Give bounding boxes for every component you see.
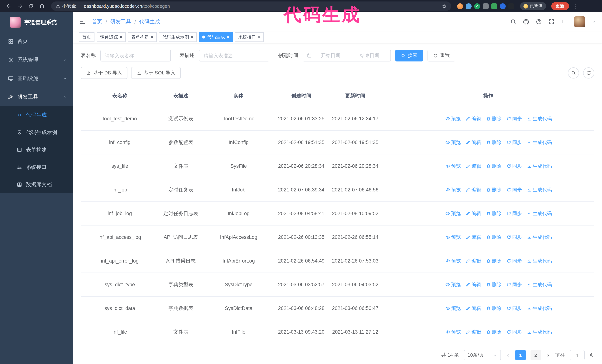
- import-db-button[interactable]: 基于 DB 导入: [81, 67, 128, 79]
- extension-icon[interactable]: [500, 3, 506, 9]
- sidebar-item-db-doc[interactable]: 数据库文档: [0, 176, 73, 193]
- sidebar-item-codegen[interactable]: 代码生成: [0, 106, 73, 124]
- fullscreen-icon[interactable]: [548, 19, 555, 25]
- security-status[interactable]: 不安全: [55, 3, 76, 9]
- sidebar-item-home[interactable]: 首页: [0, 32, 73, 51]
- table-desc-input[interactable]: [199, 50, 269, 62]
- sync-link[interactable]: 同步: [506, 114, 522, 123]
- tab-trace[interactable]: 链路追踪×: [97, 32, 126, 42]
- preview-link[interactable]: 预览: [445, 233, 461, 241]
- edit-link[interactable]: 编辑: [465, 304, 481, 312]
- page-size-select[interactable]: 10条/页: [464, 350, 501, 360]
- goto-page-input[interactable]: [570, 350, 585, 360]
- generate-code-link[interactable]: 生成代码: [527, 209, 552, 218]
- extensions-puzzle-icon[interactable]: [508, 3, 514, 9]
- sync-link[interactable]: 同步: [506, 138, 522, 146]
- browser-forward-button[interactable]: [15, 1, 24, 11]
- sync-link[interactable]: 同步: [506, 328, 522, 336]
- sync-link[interactable]: 同步: [506, 186, 522, 194]
- generate-code-link[interactable]: 生成代码: [527, 114, 552, 123]
- delete-link[interactable]: 删除: [486, 186, 501, 194]
- reset-button[interactable]: 重置: [428, 50, 455, 62]
- hamburger-icon[interactable]: [79, 18, 86, 25]
- sidebar-item-infra[interactable]: 基础设施: [0, 69, 73, 88]
- edit-link[interactable]: 编辑: [465, 114, 481, 123]
- preview-link[interactable]: 预览: [445, 304, 461, 312]
- sync-link[interactable]: 同步: [506, 162, 522, 170]
- sync-link[interactable]: 同步: [506, 257, 522, 265]
- edit-link[interactable]: 编辑: [465, 257, 481, 265]
- edit-link[interactable]: 编辑: [465, 162, 481, 170]
- generate-code-link[interactable]: 生成代码: [527, 328, 552, 336]
- tab-api[interactable]: 系统接口×: [235, 32, 264, 42]
- edit-link[interactable]: 编辑: [465, 138, 481, 146]
- bookmark-star-icon[interactable]: [441, 3, 447, 9]
- sidebar-item-system[interactable]: 系统管理: [0, 51, 73, 69]
- tab-codegen-example[interactable]: 代码生成示例×: [159, 32, 197, 42]
- search-icon[interactable]: [510, 19, 516, 25]
- delete-link[interactable]: 删除: [486, 257, 501, 265]
- close-icon[interactable]: ×: [227, 35, 229, 40]
- preview-link[interactable]: 预览: [445, 328, 461, 336]
- close-icon[interactable]: ×: [120, 35, 122, 40]
- extension-icon[interactable]: [457, 3, 463, 9]
- close-icon[interactable]: ×: [151, 35, 153, 40]
- avatar[interactable]: [574, 16, 585, 27]
- generate-code-link[interactable]: 生成代码: [527, 257, 552, 265]
- sync-link[interactable]: 同步: [506, 209, 522, 218]
- table-name-input[interactable]: [100, 50, 171, 62]
- generate-code-link[interactable]: 生成代码: [527, 233, 552, 241]
- search-button[interactable]: 搜索: [395, 50, 423, 62]
- browser-menu-icon[interactable]: ⋮: [573, 3, 579, 9]
- delete-link[interactable]: 删除: [486, 209, 501, 218]
- sidebar-item-form-builder[interactable]: 表单构建: [0, 141, 73, 158]
- refresh-table-button[interactable]: [583, 67, 594, 79]
- sync-link[interactable]: 同步: [506, 233, 522, 241]
- sidebar-item-devtools[interactable]: 研发工具: [0, 88, 73, 106]
- app-logo[interactable]: 芋道管理系统: [0, 12, 73, 32]
- delete-link[interactable]: 删除: [486, 328, 501, 336]
- sidebar-item-codegen-example[interactable]: 代码生成示例: [0, 124, 73, 141]
- sidebar-item-api[interactable]: 系统接口: [0, 158, 73, 176]
- font-size-icon[interactable]: [561, 18, 568, 25]
- page-button-1[interactable]: 1: [515, 350, 526, 360]
- browser-update-button[interactable]: 更新: [551, 2, 569, 10]
- extension-icon[interactable]: [491, 3, 497, 9]
- generate-code-link[interactable]: 生成代码: [527, 281, 552, 289]
- date-range-picker[interactable]: 开始日期 - 结束日期: [303, 50, 391, 62]
- tab-form-builder[interactable]: 表单构建×: [128, 32, 157, 42]
- preview-link[interactable]: 预览: [445, 138, 461, 146]
- delete-link[interactable]: 删除: [486, 138, 501, 146]
- breadcrumb-home[interactable]: 首页: [92, 19, 102, 25]
- user-menu-caret-icon[interactable]: [592, 20, 596, 24]
- preview-link[interactable]: 预览: [445, 114, 461, 123]
- tab-codegen[interactable]: 代码生成×: [199, 32, 233, 42]
- page-button-2[interactable]: 2: [530, 350, 541, 360]
- generate-code-link[interactable]: 生成代码: [527, 186, 552, 194]
- toggle-search-button[interactable]: [568, 67, 579, 79]
- github-icon[interactable]: [523, 19, 529, 25]
- edit-link[interactable]: 编辑: [465, 281, 481, 289]
- close-icon[interactable]: ×: [258, 35, 260, 40]
- address-bar[interactable]: 不安全 dashboard.yudao.iocoder.cn/tool/code…: [51, 1, 451, 11]
- browser-reload-button[interactable]: [26, 1, 36, 11]
- tab-home[interactable]: 首页: [79, 32, 95, 42]
- delete-link[interactable]: 删除: [486, 233, 501, 241]
- delete-link[interactable]: 删除: [486, 304, 501, 312]
- help-icon[interactable]: [536, 19, 542, 25]
- edit-link[interactable]: 编辑: [465, 209, 481, 218]
- delete-link[interactable]: 删除: [486, 114, 501, 123]
- browser-home-button[interactable]: [37, 1, 47, 11]
- preview-link[interactable]: 预览: [445, 281, 461, 289]
- preview-link[interactable]: 预览: [445, 209, 461, 218]
- import-sql-button[interactable]: 基于 SQL 导入: [131, 67, 181, 79]
- preview-link[interactable]: 预览: [445, 257, 461, 265]
- sync-link[interactable]: 同步: [506, 304, 522, 312]
- edit-link[interactable]: 编辑: [465, 186, 481, 194]
- extension-icon[interactable]: ✓: [474, 3, 480, 9]
- breadcrumb-devtools[interactable]: 研发工具: [110, 19, 131, 25]
- extension-icon[interactable]: [466, 3, 472, 9]
- paused-badge[interactable]: 已暂停: [520, 2, 546, 10]
- generate-code-link[interactable]: 生成代码: [527, 162, 552, 170]
- close-icon[interactable]: ×: [191, 35, 194, 40]
